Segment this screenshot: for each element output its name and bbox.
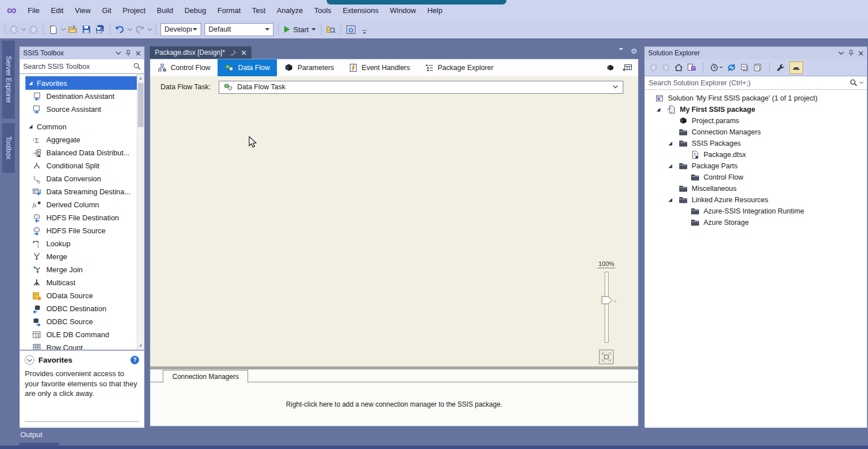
new-dropdown-icon[interactable] [60,28,66,31]
redo-dropdown-icon[interactable] [146,28,153,31]
menu-file[interactable]: File [22,0,45,20]
expander-icon[interactable] [654,107,662,112]
toolbox-item-merge-join[interactable]: Merge Join [20,263,137,276]
save-all-button[interactable] [94,23,106,36]
toolbox-item-odbc-source[interactable]: ODBC Source [20,315,137,328]
pin-icon[interactable] [230,50,236,56]
output-tool-window-tab[interactable]: Output [20,430,42,439]
zoom-slider-thumb[interactable] [601,296,613,304]
pin-icon[interactable] [848,50,854,56]
zoom-slider[interactable]: = [605,272,609,343]
designer-tab-parameters[interactable]: Parameters [277,59,341,76]
tree-item-miscellaneous[interactable]: Miscellaneous [645,183,867,194]
tree-item-package-dtsx[interactable]: Package.dtsx [645,149,867,160]
solution-platform-dropdown[interactable]: Default [205,23,274,36]
doc-well-dropdown-icon[interactable] [618,47,624,55]
menu-test[interactable]: Test [246,0,271,20]
toolbox-item-conditional-split[interactable]: Conditional Split [20,159,137,172]
tree-item-project-params[interactable]: Project.params [645,115,867,127]
toolbox-item-multicast[interactable]: Multicast [20,276,137,289]
solution-search-input[interactable] [645,79,850,87]
toolbox-item-hdfs-file-source[interactable]: HDFS File Source [20,224,137,237]
scroll-down-icon[interactable]: ▼ [137,342,144,350]
close-icon[interactable] [858,51,863,56]
scrollbar-thumb[interactable] [138,83,144,127]
pin-icon[interactable] [125,50,131,56]
refresh-button[interactable] [727,63,736,72]
toolbox-item-balanced-data-distribut[interactable]: Balanced Data Distribut... [20,146,137,159]
document-tab-package-dtsx[interactable]: Package.dtsx [Design]* [150,46,251,59]
toolbar-overflow-icon[interactable] [358,25,371,38]
drag-handle-icon[interactable] [3,24,7,35]
expander-icon[interactable] [666,141,674,146]
undo-button[interactable] [114,23,126,36]
dock-tab-toolbox[interactable]: Toolbox [2,123,15,173]
toolbox-item-merge[interactable]: Merge [20,250,137,263]
solution-configuration-dropdown[interactable]: Developı [160,23,201,36]
solution-search-box[interactable] [645,76,867,90]
toolbox-item-data-streaming-destina[interactable]: Data Streaming Destina... [20,185,137,198]
toolbox-item-destination-assistant[interactable]: Destination Assistant [20,90,137,103]
toolbox-item-source-assistant[interactable]: Source Assistant [20,103,137,116]
toolbox-item-data-conversion[interactable]: 10Data Conversion [20,172,137,185]
open-file-button[interactable] [67,23,79,36]
package-icon[interactable] [606,64,615,72]
menu-view[interactable]: View [69,0,96,20]
toolbox-section-favorites[interactable]: Favorites [25,76,137,90]
toolbox-item-lookup[interactable]: Lookup [20,237,137,250]
designer-tab-data-flow[interactable]: Data Flow [218,59,277,76]
toolbox-item-odata-source[interactable]: OData Source [20,289,137,302]
toolbox-item-hdfs-file-destination[interactable]: HDFS File Destination [20,211,137,224]
data-flow-design-surface[interactable]: 100% = [150,98,638,367]
search-icon[interactable] [133,63,141,70]
window-position-icon[interactable] [839,51,844,55]
dock-tab-server-explorer[interactable]: Server Explorer [2,41,15,119]
properties-wrench-button[interactable] [776,63,785,72]
collapse-all-button[interactable] [740,63,749,72]
toolbox-item-aggregate[interactable]: ΣAggregate [20,133,137,146]
close-icon[interactable] [136,51,141,56]
toolbox-search-box[interactable] [20,59,144,74]
tree-item-my-first-ssis-package[interactable]: My First SSIS package [645,104,867,115]
start-debug-button[interactable]: Start [284,25,316,34]
home-button[interactable] [674,63,683,72]
back-dropdown-icon[interactable] [20,28,27,31]
expander-icon[interactable] [666,197,674,203]
menu-analyze[interactable]: Analyze [271,0,309,20]
variables-grid-icon[interactable] [623,64,632,72]
data-flow-task-dropdown[interactable]: Data Flow Task [219,81,623,94]
tree-item-solution-my-first-ssis-package-1-of-1-pr[interactable]: Solution 'My First SSIS package' (1 of 1… [645,93,867,104]
expander-icon[interactable] [666,163,674,169]
menu-edit[interactable]: Edit [45,0,69,20]
tree-item-ssis-packages[interactable]: SSIS Packages [645,138,867,149]
menu-debug[interactable]: Debug [179,0,211,20]
menu-build[interactable]: Build [151,0,179,20]
tree-item-azure-storage[interactable]: Azure Storage [645,217,867,228]
designer-tab-event-handlers[interactable]: Event Handlers [341,59,417,76]
expander-icon[interactable] [28,80,33,86]
tree-item-package-parts[interactable]: Package Parts [645,160,867,172]
expander-icon[interactable] [28,124,33,129]
tree-item-connection-managers[interactable]: Connection Managers [645,127,867,138]
menu-project[interactable]: Project [117,0,151,20]
toolbox-search-input[interactable] [20,63,133,71]
toolbox-item-derived-column[interactable]: fxDerived Column [20,198,137,211]
undo-dropdown-icon[interactable] [127,28,133,31]
toolbox-section-common[interactable]: Common [25,120,137,133]
connection-managers-tab[interactable]: Connection Managers [163,370,248,383]
scroll-up-icon[interactable]: ▲ [137,74,144,82]
doc-well-settings-icon[interactable]: ⚙ [631,47,637,55]
designer-tab-control-flow[interactable]: Control Flow [150,59,218,76]
designer-tab-package-explorer[interactable]: Package Explorer [418,59,501,76]
save-button[interactable] [80,23,93,36]
connection-managers-area[interactable]: Right-click here to add a new connection… [150,383,638,426]
search-options-icon[interactable] [860,81,863,84]
find-in-files-button[interactable] [325,23,337,36]
forward-button[interactable] [662,63,670,72]
close-icon[interactable] [241,50,246,55]
navigate-back-button[interactable] [7,23,20,36]
tree-item-linked-azure-resources[interactable]: Linked Azure Resources [645,194,867,206]
redo-button[interactable] [133,23,146,36]
toolbox-item-odbc-destination[interactable]: ODBC Destination [20,302,137,315]
help-icon[interactable]: ? [131,356,139,364]
